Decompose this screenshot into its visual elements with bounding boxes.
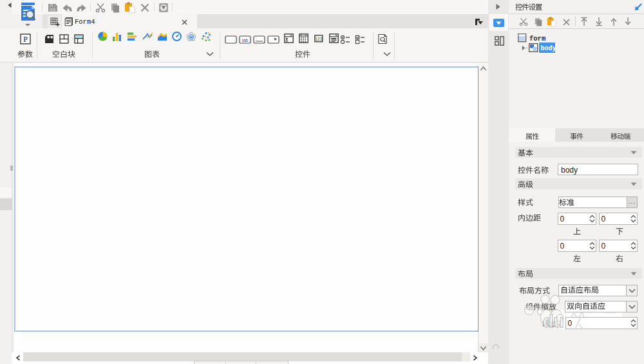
- svg-text:du: du: [543, 312, 564, 331]
- svg-text:P: P: [23, 35, 28, 44]
- svg-text:123: 123: [315, 37, 323, 41]
- svg-text:lab: lab: [242, 38, 248, 43]
